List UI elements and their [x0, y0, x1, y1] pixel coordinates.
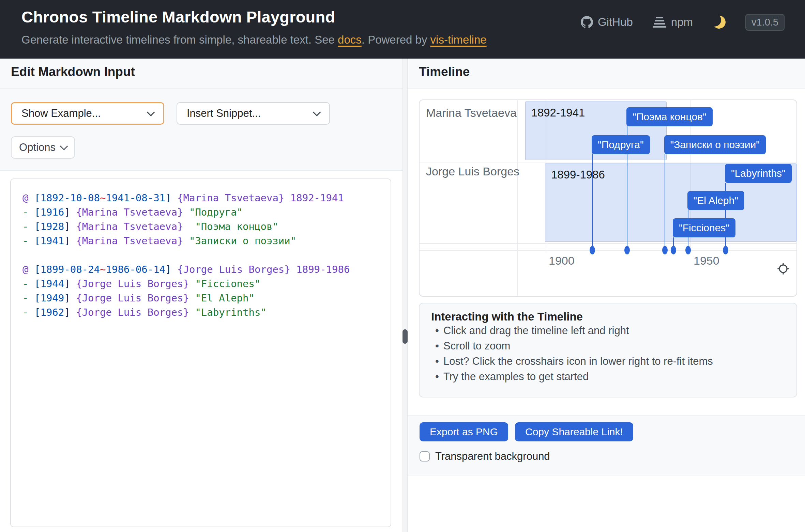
refit-crosshair-icon[interactable]: [777, 262, 790, 275]
group-column-divider: [517, 100, 518, 297]
app-subtitle: Generate interactive timelines from simp…: [21, 33, 487, 46]
timeline-item[interactable]: "El Aleph": [687, 191, 744, 210]
chevron-down-icon: [313, 108, 321, 116]
timeline-item-dot: [662, 246, 668, 254]
timeline-canvas[interactable]: 19001950Marina Tsvetaeva1892-1941"Поэма …: [419, 99, 797, 297]
timeline-range-label: 1899-1986: [551, 168, 605, 181]
help-title: Interacting with the Timeline: [431, 310, 583, 323]
code-line: @ [1899-08-24~1986-06-14] {Jorge Luis Bo…: [22, 262, 391, 277]
timeline-item-dot: [671, 246, 676, 254]
header-nav: GitHub npm v1.0.5: [581, 0, 785, 44]
copy-link-button[interactable]: Copy Shareable Link!: [515, 422, 633, 441]
panel-resize-handle[interactable]: [402, 329, 408, 344]
help-bullet: Try the examples to get started: [420, 369, 796, 384]
code-line: - [1962] {Jorge Luis Borges} "Labyrinths…: [22, 305, 391, 319]
timeline-item[interactable]: "Поэма концов": [626, 107, 713, 126]
npm-icon: [653, 17, 666, 28]
timeline-group-label: Marina Tsvetaeva: [426, 106, 517, 120]
code-line: - [1949] {Jorge Luis Borges} "El Aleph": [22, 291, 391, 305]
editor-panel-header: Edit Markdown Input: [0, 59, 404, 89]
timeline-item-dot: [723, 246, 728, 254]
help-bullet: Scroll to zoom: [420, 338, 796, 354]
timeline-item[interactable]: "Подруга": [592, 135, 650, 154]
options-button[interactable]: Options: [11, 136, 75, 159]
export-bar: Export as PNG Copy Shareable Link! Trans…: [408, 415, 805, 475]
timeline-panel-title: Timeline: [419, 65, 470, 79]
row-divider-line: [420, 162, 797, 162]
code-line: - [1928] {Marina Tsvetaeva} "Поэма концо…: [22, 219, 391, 234]
docs-link[interactable]: docs: [338, 33, 362, 46]
transparent-bg-row: Transparent background: [420, 450, 550, 463]
subtitle-text: Generate interactive timelines from simp…: [21, 33, 338, 46]
axis-tick-label: 1950: [694, 254, 719, 267]
transparent-bg-checkbox[interactable]: [420, 451, 430, 461]
npm-link[interactable]: npm: [653, 16, 693, 29]
timeline-item[interactable]: "Записки о поэзии": [664, 135, 766, 154]
rows-bottom-line: [420, 243, 797, 244]
timeline-item-dot: [685, 246, 691, 254]
timeline-range-label: 1892-1941: [531, 106, 585, 119]
timeline-item[interactable]: "Labyrinths": [725, 164, 792, 183]
help-list: Click and drag the timeline left and rig…: [420, 323, 796, 384]
code-line: - [1941] {Marina Tsvetaeva} "Записки о п…: [22, 234, 391, 248]
app-header: Chronos Timeline Markdown Playground Gen…: [0, 0, 805, 59]
vis-timeline-link[interactable]: vis-timeline: [430, 33, 487, 46]
options-label: Options: [19, 141, 56, 154]
code-line: - [1916] {Marina Tsvetaeva} "Подруга": [22, 205, 391, 219]
code-line: @ [1892-10-08~1941-08-31] {Marina Tsveta…: [22, 191, 391, 205]
insert-snippet-select[interactable]: Insert Snippet...: [177, 102, 330, 125]
github-label: GitHub: [598, 16, 633, 29]
transparent-bg-label: Transparent background: [435, 450, 550, 463]
chevron-down-icon: [60, 142, 68, 150]
npm-label: npm: [671, 16, 693, 29]
editor-panel-title: Edit Markdown Input: [11, 65, 135, 79]
code-line: - [1944] {Jorge Luis Borges} "Ficciones": [22, 277, 391, 291]
timeline-item[interactable]: "Ficciones": [673, 218, 735, 237]
show-example-value: Show Example...: [21, 107, 101, 120]
github-link[interactable]: GitHub: [581, 16, 633, 29]
axis-line: [420, 250, 797, 251]
timeline-group-label: Jorge Luis Borges: [426, 165, 519, 178]
axis-tick-label: 1900: [549, 254, 575, 267]
timeline-help-panel: Interacting with the Timeline Click and …: [419, 303, 797, 397]
timeline-item-dot: [624, 246, 630, 254]
version-badge: v1.0.5: [745, 14, 785, 31]
insert-snippet-value: Insert Snippet...: [187, 107, 261, 120]
subtitle-text-mid: . Powered by: [362, 33, 430, 46]
code-line: [22, 248, 391, 262]
moon-icon[interactable]: [712, 15, 727, 30]
chevron-down-icon: [147, 108, 155, 116]
show-example-select[interactable]: Show Example...: [11, 102, 164, 125]
help-bullet: Click and drag the timeline left and rig…: [420, 323, 796, 338]
export-png-button[interactable]: Export as PNG: [420, 422, 508, 441]
timeline-item-dot: [590, 246, 595, 254]
markdown-editor[interactable]: @ [1892-10-08~1941-08-31] {Marina Tsveta…: [10, 178, 391, 527]
panel-resize-divider[interactable]: [402, 59, 408, 532]
page-title: Chronos Timeline Markdown Playground: [21, 7, 335, 26]
timeline-panel-header: Timeline: [408, 59, 805, 89]
help-bullet: Lost? Click the crosshairs icon in lower…: [420, 354, 796, 369]
github-icon: [581, 16, 593, 28]
